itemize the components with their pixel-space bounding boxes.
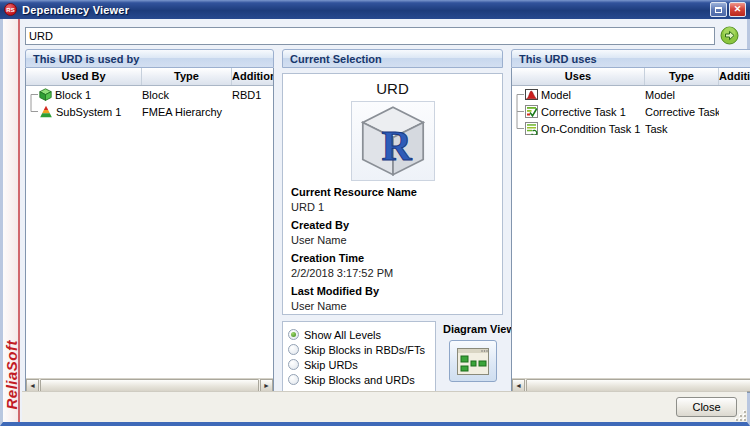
resource-info-box: URD R Current Resource Name URD 1 Create…	[282, 73, 503, 315]
field-value: 2/2/2018 3:17:52 PM	[291, 267, 494, 280]
table-row[interactable]: Model Model	[512, 86, 750, 103]
option-skip-urds[interactable]: Skip URDs	[288, 357, 430, 372]
go-arrow-icon	[720, 26, 739, 45]
tree-connector	[512, 120, 525, 137]
diagram-view-button[interactable]	[449, 340, 497, 382]
radio-control[interactable]	[288, 359, 299, 370]
resource-search-input[interactable]	[25, 27, 715, 45]
close-button[interactable]: Close	[676, 397, 737, 417]
used-by-panel-title: This URD is used by	[25, 49, 274, 68]
column-header-additional-info[interactable]: Additional Info	[232, 68, 273, 85]
used-by-grid: Used By Type Additional Info	[25, 68, 274, 393]
row-type: Model	[645, 89, 719, 101]
window-title: Dependency Viewer	[22, 4, 129, 16]
table-row[interactable]: SubSystem 1 FMEA Hierarchy	[26, 103, 273, 120]
row-type: Corrective Task	[645, 106, 719, 118]
table-row[interactable]: On-Condition Task 1 Task	[512, 120, 750, 137]
resource-type-label: URD	[291, 80, 494, 97]
option-skip-blocks-and-urds[interactable]: Skip Blocks and URDs	[288, 372, 430, 387]
used-by-panel: This URD is used by Used By Type Additio…	[25, 49, 274, 393]
bottom-bar: Close	[22, 391, 747, 422]
column-header-type[interactable]: Type	[142, 68, 232, 85]
field-label: Current Resource Name	[291, 186, 494, 199]
level-options-group: Show All Levels Skip Blocks in RBDs/FTs …	[282, 321, 436, 393]
column-header-used-by[interactable]: Used By	[26, 68, 142, 85]
column-header-uses[interactable]: Uses	[512, 68, 645, 85]
option-show-all-levels[interactable]: Show All Levels	[288, 327, 430, 342]
table-row[interactable]: Block 1 Block RBD1	[26, 86, 273, 103]
uses-panel-title: This URD uses	[511, 49, 750, 68]
corrective-task-icon	[525, 105, 538, 118]
urd-cube-frame: R	[351, 101, 435, 181]
radio-control[interactable]	[288, 344, 299, 355]
field-label: Last Modified By	[291, 285, 494, 298]
row-name: Corrective Task 1	[541, 106, 626, 118]
row-name: SubSystem 1	[56, 106, 121, 118]
resize-grip[interactable]	[736, 411, 746, 421]
diagram-view-icon	[457, 348, 489, 375]
block-icon	[39, 88, 52, 101]
maximize-button[interactable]	[710, 2, 727, 17]
field-value: User Name	[291, 300, 494, 313]
go-button[interactable]	[720, 26, 739, 45]
uses-grid: Uses Type Additional	[511, 68, 750, 393]
radio-control[interactable]	[288, 329, 299, 340]
diagram-view-label: Diagram View	[443, 323, 503, 335]
horizontal-scrollbar[interactable]: ◄ ►	[512, 378, 750, 392]
field-value: User Name	[291, 234, 494, 247]
on-condition-task-icon	[525, 122, 538, 135]
tree-connector	[26, 86, 39, 103]
tree-connector	[512, 103, 525, 120]
model-icon	[525, 88, 538, 101]
dependency-viewer-window: RS Dependency Viewer ✕ ReliaSoft This UR…	[0, 0, 750, 426]
current-selection-panel: Current Selection URD R Current Resource…	[282, 49, 503, 393]
tree-connector	[512, 86, 525, 103]
titlebar[interactable]: RS Dependency Viewer ✕	[0, 0, 750, 19]
option-label: Skip URDs	[304, 359, 358, 371]
horizontal-scrollbar[interactable]: ◄ ►	[26, 378, 273, 392]
row-name: Model	[541, 89, 571, 101]
subsystem-icon	[39, 105, 53, 118]
close-window-button[interactable]: ✕	[729, 2, 746, 17]
field-value: URD 1	[291, 201, 494, 214]
content-area: This URD is used by Used By Type Additio…	[22, 19, 747, 422]
uses-panel: This URD uses Uses Type Additional	[511, 49, 750, 393]
row-type: Block	[142, 89, 232, 101]
column-header-additional[interactable]: Additional	[719, 68, 750, 85]
radio-control[interactable]	[288, 374, 299, 385]
brand-logo-text: ReliaSoft	[3, 340, 20, 410]
row-type: FMEA Hierarchy	[142, 106, 232, 118]
option-label: Skip Blocks in RBDs/FTs	[304, 344, 425, 356]
svg-text:R: R	[381, 123, 412, 169]
column-header-type[interactable]: Type	[645, 68, 719, 85]
option-skip-blocks-rbds-fts[interactable]: Skip Blocks in RBDs/FTs	[288, 342, 430, 357]
row-type: Task	[645, 123, 719, 135]
option-label: Skip Blocks and URDs	[304, 374, 415, 386]
row-name: Block 1	[55, 89, 91, 101]
app-icon: RS	[4, 3, 17, 16]
table-row[interactable]: Corrective Task 1 Corrective Task	[512, 103, 750, 120]
urd-cube-icon: R	[358, 105, 428, 177]
row-info: RBD1	[232, 89, 273, 101]
brand-strip: ReliaSoft	[3, 19, 20, 422]
option-label: Show All Levels	[304, 329, 381, 341]
tree-connector	[26, 103, 39, 120]
row-name: On-Condition Task 1	[541, 123, 640, 135]
maximize-icon	[715, 7, 722, 13]
field-label: Created By	[291, 219, 494, 232]
current-selection-title: Current Selection	[282, 49, 503, 68]
field-label: Creation Time	[291, 252, 494, 265]
close-icon: ✕	[734, 5, 742, 14]
